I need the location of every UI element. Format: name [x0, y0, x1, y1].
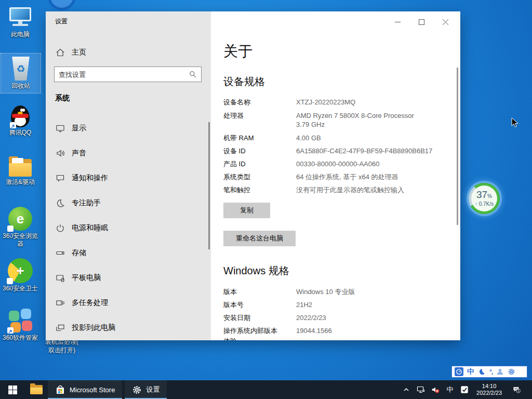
desktop-icon-qq[interactable]: 腾讯QQ	[1, 105, 40, 137]
up-arrow-icon: ↑	[475, 201, 477, 207]
windows-spec-section-title: Windows 规格	[223, 264, 289, 278]
antivirus-check-icon[interactable]	[458, 380, 471, 399]
action-center-button[interactable]: 1	[508, 380, 525, 399]
start-button[interactable]	[0, 380, 25, 399]
shortcut-arrow-icon	[7, 327, 14, 334]
spec-row-product-id: 产品 ID 00330-80000-00000-AA060	[223, 159, 452, 168]
spec-row-edition: 版本 Windows 10 专业版	[223, 287, 452, 296]
ime-logo-icon[interactable]	[455, 367, 463, 376]
sidebar-item-tablet[interactable]: 平板电脑	[46, 265, 211, 290]
shortcut-arrow-icon	[7, 278, 13, 284]
rename-pc-button[interactable]: 重命名这台电脑	[223, 231, 296, 246]
main-scrollbar[interactable]	[457, 68, 458, 225]
sidebar-nav-list: 显示 声音 通知和操作 专注助手	[46, 116, 211, 340]
microsoft-store-icon	[55, 384, 65, 395]
taskbar-button-microsoft-store[interactable]: Microsoft Store	[48, 380, 122, 399]
desktop-icon-label: 360安全浏览器	[1, 232, 40, 248]
windows-logo-icon	[8, 385, 17, 394]
taskbar-clock[interactable]: 14:10 2022/2/23	[473, 383, 506, 396]
power-icon	[55, 223, 65, 233]
punctuation-mode-icon[interactable]: °,	[489, 368, 493, 376]
sidebar-section-header: 系统	[55, 94, 70, 103]
system-tray: 中 14:10 2022/2/23 1	[400, 380, 532, 399]
this-pc-icon	[8, 7, 33, 29]
gear-icon	[132, 385, 142, 395]
settings-window: 设置 主页 系统 显示	[46, 11, 460, 340]
sidebar-scrollbar[interactable]	[208, 122, 210, 249]
close-button[interactable]	[433, 11, 457, 32]
search-input[interactable]	[55, 71, 189, 78]
folder-icon	[9, 159, 32, 177]
settings-search-box	[54, 66, 202, 82]
shortcut-arrow-icon	[7, 225, 14, 232]
desktop-icon-this-pc[interactable]: 此电脑	[1, 7, 40, 38]
desktop-icon-360-manager[interactable]: 360软件管家	[1, 309, 40, 342]
network-speed: ↑ 0.7K/s	[475, 201, 494, 207]
moon-night-mode-icon[interactable]	[478, 368, 486, 376]
copy-button[interactable]: 复制	[223, 203, 270, 218]
desktop-icon-label: 360软件管家	[1, 334, 40, 342]
ime-settings-gear-icon[interactable]	[508, 368, 515, 376]
sidebar-item-home[interactable]: 主页	[46, 44, 211, 61]
desktop-icon-360-safe[interactable]: + 360安全卫士	[1, 258, 40, 292]
recycle-bin-icon: ♻	[10, 57, 31, 81]
taskbar: Microsoft Store 设置 中	[0, 380, 532, 399]
sound-icon	[55, 148, 65, 158]
tablet-icon	[55, 273, 65, 283]
desktop-icon-label: 回收站	[1, 82, 41, 90]
360-browser-icon: e	[8, 207, 32, 231]
desktop: 此电脑 ♻ 回收站 腾讯QQ 激活&驱动 e 360安全浏览器 +	[0, 0, 532, 399]
multitasking-icon	[55, 298, 65, 308]
home-icon	[55, 47, 65, 58]
sidebar-item-project[interactable]: 投影到此电脑	[46, 315, 211, 340]
desktop-icon-label: 腾讯QQ	[1, 129, 40, 137]
sidebar-item-sound[interactable]: 声音	[46, 141, 211, 166]
display-icon	[55, 123, 65, 134]
clipped-next-row: 体验	[223, 337, 237, 340]
file-explorer-button[interactable]	[25, 380, 48, 399]
sidebar-item-notifications[interactable]: 通知和操作	[46, 166, 211, 191]
desktop-icon-360-browser[interactable]: e 360安全浏览器	[1, 207, 40, 248]
mouse-cursor	[511, 117, 519, 128]
minimize-button[interactable]	[385, 11, 409, 32]
spec-row-pen-touch: 笔和触控 没有可用于此显示器的笔或触控输入	[223, 185, 452, 194]
taskbar-button-settings[interactable]: 设置	[125, 380, 167, 399]
ime-mode-indicator[interactable]: 中	[467, 367, 474, 377]
moon-icon	[55, 198, 65, 208]
window-title: 设置	[55, 17, 68, 26]
network-icon[interactable]	[415, 380, 427, 399]
spec-row-device-id: 设备 ID 6A15880F-C4E2-47F9-BF59-F4B8890B6B…	[223, 147, 452, 155]
notifications-icon	[55, 173, 65, 183]
user-icon[interactable]	[496, 368, 504, 376]
volume-muted-icon[interactable]	[429, 380, 442, 399]
folder-icon	[30, 385, 43, 394]
spec-row-device-name: 设备名称 XTZJ-20220223MQ	[223, 98, 452, 107]
spec-row-os-build: 操作系统内部版本 19044.1566	[223, 326, 452, 335]
sidebar-item-multitasking[interactable]: 多任务处理	[46, 290, 211, 315]
sidebar-item-power-sleep[interactable]: 电源和睡眠	[46, 216, 211, 241]
maximize-button[interactable]	[409, 11, 433, 32]
desktop-icon-label: 激活&驱动	[1, 178, 40, 186]
sidebar-item-label: 主页	[72, 48, 86, 57]
hidden-desktop-icon-partial	[48, 0, 76, 10]
desktop-icon-label: 此电脑	[1, 31, 40, 38]
spec-row-system-type: 系统类型 64 位操作系统, 基于 x64 的处理器	[223, 172, 452, 181]
window-controls	[385, 11, 457, 32]
ime-indicator[interactable]: 中	[444, 380, 456, 399]
spec-row-install-date: 安装日期 2022/2/23	[223, 313, 452, 322]
page-title: 关于	[223, 42, 252, 61]
shortcut-arrow-icon	[10, 122, 16, 128]
settings-sidebar: 设置 主页 系统 显示	[46, 11, 211, 340]
desktop-icon-drivers-folder[interactable]: 激活&驱动	[1, 159, 40, 186]
sidebar-item-storage[interactable]: 存储	[46, 241, 211, 265]
project-icon	[55, 323, 65, 333]
sidebar-item-focus-assist[interactable]: 专注助手	[46, 191, 211, 216]
hidden-icons-chevron[interactable]	[400, 380, 413, 399]
storage-icon	[55, 248, 65, 258]
360-safe-icon: +	[8, 258, 33, 283]
tray-date: 2022/2/23	[476, 390, 502, 396]
desktop-icon-recycle-bin[interactable]: ♻ 回收站	[1, 54, 41, 93]
search-icon[interactable]	[189, 70, 197, 78]
sidebar-item-display[interactable]: 显示	[46, 116, 211, 141]
360-speed-ball[interactable]: 37% ↑ 0.7K/s	[469, 183, 500, 214]
